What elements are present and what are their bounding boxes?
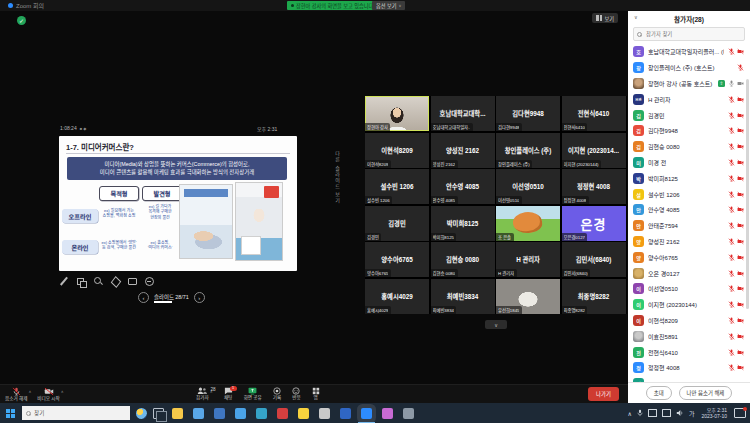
- panel-scrollbar[interactable]: [746, 79, 749, 309]
- participant-row[interactable]: 김 김다현9948 ⇧: [628, 123, 750, 139]
- video-tile[interactable]: 정정현 4008 정정현 4008: [562, 169, 626, 204]
- video-tile[interactable]: 창인플레이스 (주) 창인플레이스 (주): [496, 133, 560, 168]
- video-tile[interactable]: 은경 오은경0127: [562, 206, 626, 241]
- hide-icon[interactable]: [145, 277, 153, 285]
- video-tile[interactable]: 김현승 0080 김현승 0080: [431, 242, 495, 277]
- camera-off-icon: [737, 301, 744, 308]
- participant-row[interactable]: 장현아 강사 (공동 호스트) ⇧: [628, 76, 750, 92]
- next-slide-button[interactable]: ›: [194, 292, 205, 303]
- chat-button[interactable]: 1 채팅: [224, 387, 233, 401]
- taskbar-app-icon[interactable]: [298, 408, 309, 419]
- notification-center-icon[interactable]: [734, 408, 746, 418]
- leave-button[interactable]: 나가기: [588, 387, 619, 401]
- taskbar-app-icon[interactable]: [256, 408, 267, 419]
- video-tile[interactable]: 전현식6410 전현식6410: [562, 96, 626, 131]
- taskbar-app-icon[interactable]: [361, 408, 372, 419]
- video-tile[interactable]: 김경민 김경민: [365, 206, 429, 241]
- taskbar-app-icon[interactable]: [235, 408, 246, 419]
- participant-row[interactable]: 전 전현식6410 ⇧: [628, 344, 750, 360]
- participant-row[interactable]: 이효진5891 ⇧: [628, 328, 750, 344]
- reactions-button[interactable]: 반응: [292, 387, 300, 401]
- video-tile[interactable]: 장현아 강사: [365, 96, 429, 131]
- grid-collapse-button[interactable]: ∨: [485, 320, 507, 329]
- participant-row[interactable]: 이 이현석8209 ⇧: [628, 313, 750, 329]
- taskbar-app-icon[interactable]: [193, 408, 204, 419]
- video-tile[interactable]: 설수빈 1206 설수빈 1206: [365, 169, 429, 204]
- tray-mic-icon[interactable]: [637, 409, 643, 417]
- video-tile[interactable]: 최예빈3834 최예빈3834: [431, 279, 495, 314]
- task-view-icon[interactable]: [153, 408, 164, 419]
- video-tile[interactable]: 양성진 2162 양성진 2162: [431, 133, 495, 168]
- unmute-button[interactable]: 음소거 해제: [5, 387, 27, 402]
- participant-row[interactable]: H관 H 관리자 ⇧: [628, 91, 750, 107]
- video-tile[interactable]: 이현석8209 이현석8209: [365, 133, 429, 168]
- taskbar-search[interactable]: 찾기: [22, 406, 130, 420]
- taskbar-app-icon[interactable]: [340, 408, 351, 419]
- participant-row[interactable]: 호 호남대학교대학일자리플러... (나) ⇧: [628, 44, 750, 60]
- participant-row[interactable]: 이 이지현 (20230144) ⇧: [628, 297, 750, 313]
- pointer-icon[interactable]: [111, 277, 119, 285]
- video-tile[interactable]: 김민서(6840) 김민서(6840): [562, 242, 626, 277]
- participant-row[interactable]: 오은 경0127 ⇧: [628, 265, 750, 281]
- start-button[interactable]: [6, 409, 15, 418]
- unmute-me-button[interactable]: 나만 음소거 해제: [679, 386, 733, 400]
- panel-collapse-icon[interactable]: ∨: [634, 14, 638, 20]
- video-tile[interactable]: 호남대학교대학... 호남대학교대학일자..: [431, 96, 495, 131]
- participant-row[interactable]: 양 양수아6765 ⇧: [628, 249, 750, 265]
- taskbar-app-icon[interactable]: [382, 408, 393, 419]
- video-tile[interactable]: 박미희8125 박미희8125: [431, 206, 495, 241]
- apps-button[interactable]: 앱: [312, 387, 320, 401]
- avatar: H관: [633, 94, 644, 105]
- video-tile[interactable]: H 관리자 H 관리자: [496, 242, 560, 277]
- participant-row[interactable]: 김 김현승 0080 ⇧: [628, 139, 750, 155]
- record-button[interactable]: 기록: [273, 387, 281, 401]
- start-video-button[interactable]: 비디오 시작: [37, 387, 59, 402]
- participant-row[interactable]: 미 미경 전 ⇧: [628, 155, 750, 171]
- view-button[interactable]: 보기: [592, 13, 618, 23]
- participant-row[interactable]: 창 창인플레이스 (주) (호스트) ⇧: [628, 60, 750, 76]
- video-tile[interactable]: 양수아6765 양수아6765: [365, 242, 429, 277]
- ime-language-indicator[interactable]: 가: [689, 409, 695, 418]
- participant-row[interactable]: 최 ⇧: [628, 376, 750, 382]
- video-tile[interactable]: 안수영 4085 안수영 4085: [431, 169, 495, 204]
- tray-display2-icon[interactable]: [662, 409, 671, 417]
- video-tile[interactable]: 유선희1845: [496, 279, 560, 314]
- participant-row[interactable]: 김 김경민 ⇧: [628, 107, 750, 123]
- participant-row[interactable]: 안 안태준7594 ⇧: [628, 218, 750, 234]
- taskbar-app-icon[interactable]: [214, 408, 225, 419]
- weather-widget-icon[interactable]: [136, 408, 147, 419]
- taskbar-app-icon[interactable]: [319, 408, 330, 419]
- participant-row[interactable]: 이 이선영0510 ⇧: [628, 281, 750, 297]
- tile-name-label: 이현석8209: [365, 160, 391, 168]
- taskbar-app-icon[interactable]: [403, 408, 414, 419]
- tray-chevron-up-icon[interactable]: ∧: [627, 410, 631, 417]
- participant-row[interactable]: 설 설수빈 1206 ⇧: [628, 186, 750, 202]
- magnifier-icon[interactable]: [94, 277, 102, 285]
- monitor-icon[interactable]: [128, 277, 136, 285]
- participant-row[interactable]: 안 안수영 4085 ⇧: [628, 202, 750, 218]
- tray-display-icon[interactable]: [648, 409, 657, 417]
- taskbar-app-icon[interactable]: [172, 408, 183, 419]
- video-tile[interactable]: 김다현9948 김다현9948: [496, 96, 560, 131]
- video-tile[interactable]: 최종명8282 최종명8282: [562, 279, 626, 314]
- participant-row[interactable]: 박 박미희8125 ⇧: [628, 170, 750, 186]
- video-options-caret[interactable]: ∧: [61, 389, 64, 394]
- video-tile[interactable]: 이선영0510 이선영0510: [496, 169, 560, 204]
- prev-slide-button[interactable]: ‹: [138, 292, 149, 303]
- video-tile[interactable]: 홍예시4029 홍예시4029: [365, 279, 429, 314]
- taskbar-clock[interactable]: 오후 2:31 2023-07-10: [701, 407, 727, 420]
- participant-row[interactable]: 양 양성진 2162 ⇧: [628, 234, 750, 250]
- taskbar-app-icon[interactable]: [277, 408, 288, 419]
- invite-button[interactable]: 초대: [646, 386, 672, 400]
- share-screen-button[interactable]: 화면 공유: [244, 387, 262, 401]
- view-options-button[interactable]: 옵션 보기 ∨: [372, 1, 405, 10]
- participants-button[interactable]: 28 참가자: [196, 387, 209, 401]
- search-input[interactable]: [644, 30, 741, 38]
- tray-speaker-icon[interactable]: [676, 409, 684, 417]
- mic-options-caret[interactable]: ∧: [28, 389, 31, 394]
- video-tile[interactable]: 이지현 (2023014... 이지현 (20230144): [562, 133, 626, 168]
- participant-row[interactable]: 정 정정현 4008 ⇧: [628, 360, 750, 376]
- stamp-icon[interactable]: [77, 277, 85, 285]
- pen-icon[interactable]: [60, 277, 68, 285]
- video-tile[interactable]: 조 은솔: [496, 206, 560, 241]
